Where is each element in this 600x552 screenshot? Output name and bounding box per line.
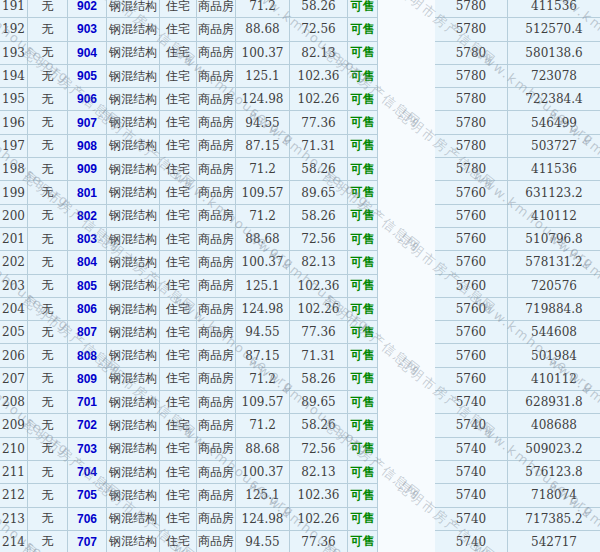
housing-type-cell: 商品房 [197, 42, 236, 65]
table-row: 201 无 803 钢混结构 住宅 商品房 88.68 72.56 可售 576… [0, 228, 600, 251]
usage-cell: 住宅 [160, 531, 197, 552]
unit-price-cell: 5740 [435, 508, 508, 531]
mortgage-cell: 无 [28, 88, 68, 111]
inner-area-cell: 58.26 [290, 0, 348, 18]
sale-status-badge: 可售 [348, 461, 378, 484]
total-price-cell: 510796.8 [508, 228, 600, 251]
room-number-link[interactable]: 803 [68, 228, 107, 251]
table-row: 200 无 802 钢混结构 住宅 商品房 71.2 58.26 可售 5760… [0, 205, 600, 228]
room-number-link[interactable]: 703 [68, 438, 107, 461]
room-number-link[interactable]: 801 [68, 181, 107, 204]
inner-area-cell: 89.65 [290, 181, 348, 204]
unit-price-cell: 5760 [435, 368, 508, 391]
usage-cell: 住宅 [160, 228, 197, 251]
table-row: 206 无 808 钢混结构 住宅 商品房 87.15 71.31 可售 576… [0, 344, 600, 367]
unit-price-cell: 5760 [435, 228, 508, 251]
room-number-link[interactable]: 909 [68, 158, 107, 181]
inner-area-cell: 82.13 [290, 461, 348, 484]
usage-cell: 住宅 [160, 484, 197, 507]
mortgage-cell: 无 [28, 65, 68, 88]
mortgage-cell: 无 [28, 368, 68, 391]
sale-status-badge: 可售 [348, 18, 378, 41]
table-row: 196 无 907 钢混结构 住宅 商品房 94.55 77.36 可售 578… [0, 111, 600, 134]
housing-type-cell: 商品房 [197, 181, 236, 204]
total-price-cell: 580138.6 [508, 42, 600, 65]
total-price-cell: 631123.2 [508, 181, 600, 204]
structure-cell: 钢混结构 [107, 205, 160, 228]
inner-area-cell: 72.56 [290, 228, 348, 251]
structure-cell: 钢混结构 [107, 461, 160, 484]
usage-cell: 住宅 [160, 391, 197, 414]
row-number: 196 [0, 111, 28, 134]
sale-status-badge: 可售 [348, 484, 378, 507]
total-price-cell: 512570.4 [508, 18, 600, 41]
room-number-link[interactable]: 806 [68, 298, 107, 321]
structure-cell: 钢混结构 [107, 0, 160, 18]
room-number-link[interactable]: 908 [68, 135, 107, 158]
row-number: 204 [0, 298, 28, 321]
total-price-cell: 544608 [508, 321, 600, 344]
inner-area-cell: 58.26 [290, 205, 348, 228]
room-number-link[interactable]: 705 [68, 484, 107, 507]
built-area-cell: 88.68 [236, 438, 290, 461]
row-number: 200 [0, 205, 28, 228]
room-number-link[interactable]: 701 [68, 391, 107, 414]
table-row: 207 无 809 钢混结构 住宅 商品房 71.2 58.26 可售 5760… [0, 368, 600, 391]
room-number-link[interactable]: 903 [68, 18, 107, 41]
housing-type-cell: 商品房 [197, 0, 236, 18]
table-row: 191 无 902 钢混结构 住宅 商品房 71.2 58.26 可售 5780… [0, 0, 600, 18]
inner-area-cell: 102.36 [290, 484, 348, 507]
row-number: 211 [0, 461, 28, 484]
usage-cell: 住宅 [160, 414, 197, 437]
housing-type-cell: 商品房 [197, 228, 236, 251]
room-number-link[interactable]: 804 [68, 251, 107, 274]
room-number-link[interactable]: 707 [68, 531, 107, 552]
sale-status-badge: 可售 [348, 531, 378, 552]
empty-gap-cell [378, 42, 435, 65]
sale-status-badge: 可售 [348, 321, 378, 344]
total-price-cell: 546499 [508, 111, 600, 134]
inner-area-cell: 72.56 [290, 18, 348, 41]
room-number-link[interactable]: 906 [68, 88, 107, 111]
room-number-link[interactable]: 805 [68, 275, 107, 298]
room-number-link[interactable]: 902 [68, 0, 107, 18]
room-number-link[interactable]: 904 [68, 42, 107, 65]
structure-cell: 钢混结构 [107, 18, 160, 41]
structure-cell: 钢混结构 [107, 484, 160, 507]
inner-area-cell: 89.65 [290, 391, 348, 414]
unit-price-cell: 5740 [435, 438, 508, 461]
built-area-cell: 124.98 [236, 88, 290, 111]
total-price-cell: 578131.2 [508, 251, 600, 274]
unit-price-cell: 5760 [435, 298, 508, 321]
mortgage-cell: 无 [28, 205, 68, 228]
room-number-link[interactable]: 802 [68, 205, 107, 228]
room-number-link[interactable]: 807 [68, 321, 107, 344]
room-number-link[interactable]: 704 [68, 461, 107, 484]
built-area-cell: 125.1 [236, 65, 290, 88]
room-number-link[interactable]: 809 [68, 368, 107, 391]
room-number-link[interactable]: 702 [68, 414, 107, 437]
row-number: 203 [0, 275, 28, 298]
room-number-link[interactable]: 706 [68, 508, 107, 531]
sale-status-badge: 可售 [348, 205, 378, 228]
inner-area-cell: 102.26 [290, 298, 348, 321]
inner-area-cell: 102.26 [290, 88, 348, 111]
table-row: 210 无 703 钢混结构 住宅 商品房 88.68 72.56 可售 574… [0, 438, 600, 461]
unit-price-cell: 5760 [435, 251, 508, 274]
built-area-cell: 88.68 [236, 18, 290, 41]
empty-gap-cell [378, 368, 435, 391]
mortgage-cell: 无 [28, 391, 68, 414]
row-number: 191 [0, 0, 28, 18]
structure-cell: 钢混结构 [107, 508, 160, 531]
room-number-link[interactable]: 808 [68, 344, 107, 367]
built-area-cell: 109.57 [236, 181, 290, 204]
mortgage-cell: 无 [28, 135, 68, 158]
built-area-cell: 94.55 [236, 531, 290, 552]
housing-type-cell: 商品房 [197, 438, 236, 461]
built-area-cell: 109.57 [236, 391, 290, 414]
room-number-link[interactable]: 907 [68, 111, 107, 134]
built-area-cell: 124.98 [236, 298, 290, 321]
room-number-link[interactable]: 905 [68, 65, 107, 88]
inner-area-cell: 58.26 [290, 368, 348, 391]
housing-type-cell: 商品房 [197, 158, 236, 181]
